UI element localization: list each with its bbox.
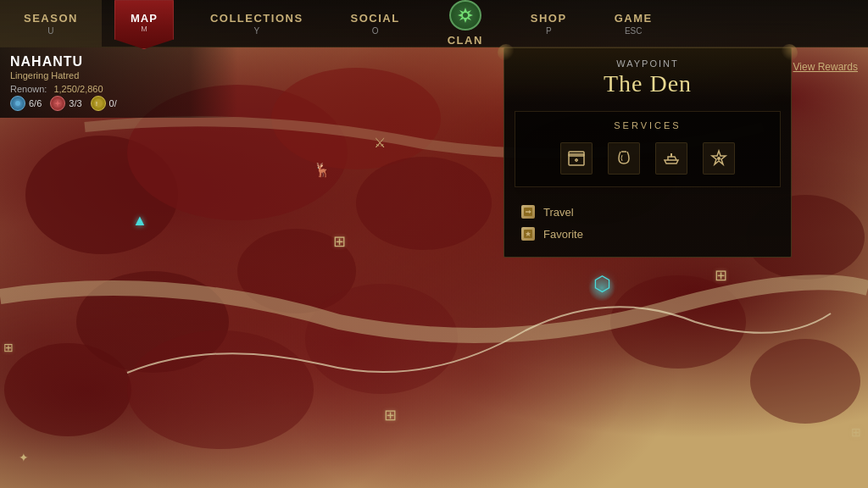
renown-label: Renown: bbox=[10, 84, 47, 94]
elk-marker: 🦌 bbox=[314, 162, 331, 178]
map-banner-key: M bbox=[141, 25, 147, 33]
svg-text:!: ! bbox=[96, 101, 97, 107]
shop-label: SHOP bbox=[531, 12, 567, 25]
red-stat-icon bbox=[50, 96, 65, 111]
nav-item-shop[interactable]: SHOP P bbox=[507, 0, 591, 47]
service-occultist[interactable] bbox=[703, 142, 735, 175]
waypoint-title: The Den bbox=[521, 70, 774, 97]
stat-red: 3/3 bbox=[50, 96, 81, 111]
collections-label: COLLECTIONS bbox=[210, 12, 303, 25]
season-key: U bbox=[47, 26, 53, 36]
services-section: SERVICES bbox=[515, 111, 781, 187]
map-banner: MAP M bbox=[114, 0, 174, 49]
social-label: SOCIAL bbox=[351, 12, 400, 25]
nav-item-map[interactable]: MAP M bbox=[102, 0, 186, 47]
clan-label: CLAN bbox=[448, 34, 483, 47]
blue-triangle-marker[interactable]: ▲ bbox=[132, 212, 147, 230]
gate-marker-5[interactable]: ⊞ bbox=[851, 425, 861, 440]
gate-marker-3[interactable]: ⊞ bbox=[384, 406, 397, 424]
blue-stat-icon bbox=[10, 96, 25, 111]
map-banner-label: MAP bbox=[131, 12, 158, 25]
waypoint-type-label: Waypoint bbox=[521, 58, 774, 69]
services-title: SERVICES bbox=[524, 120, 771, 130]
game-key: ESC bbox=[625, 26, 643, 36]
yellow-stat-value: 0/ bbox=[109, 98, 117, 108]
favorite-label: Favorite bbox=[543, 228, 583, 241]
favorite-icon bbox=[521, 227, 535, 241]
view-rewards-button[interactable]: View Rewards bbox=[793, 61, 858, 73]
nav-item-collections[interactable]: COLLECTIONS Y bbox=[186, 0, 327, 47]
popup-actions: Travel Favorite bbox=[504, 194, 791, 257]
service-merchant[interactable] bbox=[608, 142, 640, 175]
blue-stat-value: 6/6 bbox=[29, 98, 42, 108]
gate-marker-1[interactable]: ⊞ bbox=[333, 232, 346, 251]
season-label: SEASON bbox=[24, 12, 78, 25]
game-label: GAME bbox=[615, 12, 653, 25]
stat-blue: 6/6 bbox=[10, 96, 42, 111]
top-navigation: SEASON U MAP M COLLECTIONS Y SOCIAL O CL… bbox=[0, 0, 868, 47]
svg-point-23 bbox=[717, 157, 721, 160]
services-icons-row bbox=[524, 139, 771, 178]
corner-marker-tl: ✦ bbox=[19, 451, 29, 465]
travel-icon bbox=[521, 205, 535, 219]
gate-marker-2[interactable]: ⊞ bbox=[715, 266, 727, 285]
renown-value: 1,250/2,860 bbox=[53, 84, 103, 94]
character-name: NAHANTU bbox=[10, 54, 83, 69]
action-favorite[interactable]: Favorite bbox=[518, 223, 777, 245]
waypoint-popup: Waypoint The Den SERVICES bbox=[504, 47, 792, 258]
clan-icon bbox=[449, 0, 481, 30]
nav-item-season[interactable]: SEASON U bbox=[0, 0, 102, 47]
action-travel[interactable]: Travel bbox=[518, 201, 777, 223]
renown-row: Renown: 1,250/2,860 bbox=[10, 84, 227, 94]
stat-icons: 6/6 3/3 ! 0/ bbox=[10, 96, 227, 111]
shop-key: P bbox=[546, 26, 552, 36]
person-marker: ⚔ bbox=[374, 135, 386, 151]
collections-key: Y bbox=[253, 26, 259, 36]
yellow-stat-icon: ! bbox=[91, 96, 106, 111]
stat-yellow: ! 0/ bbox=[91, 96, 117, 111]
service-blacksmith[interactable] bbox=[655, 142, 687, 175]
waypoint-marker[interactable]: ⬡ bbox=[593, 272, 611, 296]
red-stat-value: 3/3 bbox=[69, 98, 81, 108]
nav-item-game[interactable]: GAME ESC bbox=[591, 0, 676, 47]
svg-point-13 bbox=[463, 13, 468, 18]
svg-point-15 bbox=[15, 101, 20, 106]
left-panel: NAHANTU Lingering Hatred Renown: 1,250/2… bbox=[0, 47, 237, 118]
character-subtitle: Lingering Hatred bbox=[10, 70, 83, 80]
nav-item-social[interactable]: SOCIAL O bbox=[327, 0, 424, 47]
gate-marker-4[interactable]: ⊞ bbox=[3, 341, 14, 355]
travel-label: Travel bbox=[543, 206, 574, 219]
social-key: O bbox=[372, 26, 379, 36]
service-storage[interactable] bbox=[560, 142, 593, 175]
nav-item-clan[interactable]: CLAN bbox=[424, 0, 507, 47]
